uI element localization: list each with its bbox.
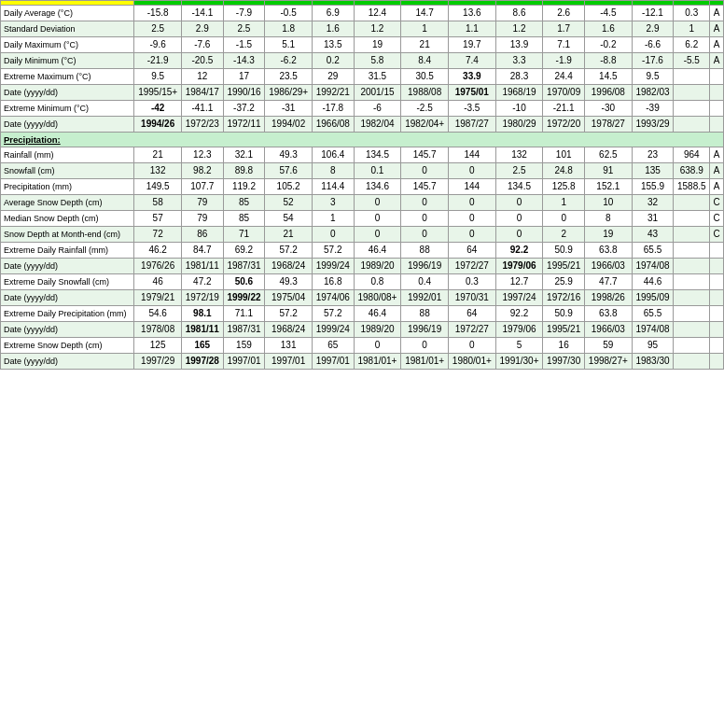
cell-aug: 1972/27 xyxy=(448,259,495,274)
cell-aug: 7.4 xyxy=(448,53,495,69)
cell-jul: 8.4 xyxy=(401,53,449,69)
cell-feb: 165 xyxy=(182,338,224,354)
cell-code xyxy=(710,69,724,85)
cell-oct: 7.1 xyxy=(543,37,585,53)
row-label: Extreme Snow Depth (cm) xyxy=(1,338,134,354)
cell-aug: 0.3 xyxy=(448,274,495,290)
cell-sep: 0 xyxy=(495,227,543,243)
cell-feb: -41.1 xyxy=(182,101,224,117)
cell-mar: -37.2 xyxy=(223,101,265,117)
cell-apr: 5.1 xyxy=(265,37,313,53)
cell-dec: 65.5 xyxy=(632,243,674,259)
cell-mar: 89.8 xyxy=(223,163,265,179)
row-label: Extreme Daily Precipitation (mm) xyxy=(1,306,134,322)
cell-feb: -20.5 xyxy=(182,53,224,69)
row-label: Daily Average (°C) xyxy=(1,6,134,21)
cell-jun: -6 xyxy=(354,101,401,117)
row-label: Daily Maximum (°C) xyxy=(1,37,134,53)
climate-table: Daily Average (°C)-15.8-14.1-7.9-0.56.91… xyxy=(0,0,724,370)
cell-oct: 1997/30 xyxy=(543,354,585,370)
cell-code: A xyxy=(710,179,724,195)
row-label: Extreme Maximum (°C) xyxy=(1,69,134,85)
cell-may: 114.4 xyxy=(312,179,354,195)
cell-aug: 64 xyxy=(448,243,495,259)
cell-feb: 12.3 xyxy=(182,147,224,163)
cell-jun: 12.4 xyxy=(354,6,401,21)
cell-year xyxy=(674,243,710,259)
cell-jun: 31.5 xyxy=(354,69,401,85)
cell-jul: 0 xyxy=(401,211,449,227)
cell-dec: 1974/08 xyxy=(632,259,674,274)
cell-apr: 1986/29+ xyxy=(265,85,313,101)
cell-code xyxy=(710,85,724,101)
cell-jun: 19 xyxy=(354,37,401,53)
cell-year xyxy=(674,85,710,101)
cell-jun: 0 xyxy=(354,338,401,354)
cell-oct: 1972/20 xyxy=(543,117,585,133)
cell-mar: 71.1 xyxy=(223,306,265,322)
cell-feb: 1972/19 xyxy=(182,290,224,306)
cell-jun: 0.1 xyxy=(354,163,401,179)
cell-dec: 1995/09 xyxy=(632,290,674,306)
cell-apr: 57.2 xyxy=(265,306,313,322)
cell-oct: 24.8 xyxy=(543,163,585,179)
cell-oct: 50.9 xyxy=(543,306,585,322)
cell-sep: 0 xyxy=(495,211,543,227)
cell-feb: 86 xyxy=(182,227,224,243)
row-label: Date (yyyy/dd) xyxy=(1,290,134,306)
cell-dec: 1993/29 xyxy=(632,117,674,133)
cell-jan: 125 xyxy=(134,338,182,354)
cell-mar: 50.6 xyxy=(223,274,265,290)
cell-may: 1992/21 xyxy=(312,85,354,101)
cell-aug: 1972/27 xyxy=(448,322,495,338)
cell-jul: 1996/19 xyxy=(401,322,449,338)
cell-feb: 98.2 xyxy=(182,163,224,179)
cell-jun: 46.4 xyxy=(354,306,401,322)
cell-mar: 69.2 xyxy=(223,243,265,259)
cell-jan: 9.5 xyxy=(134,69,182,85)
cell-sep: 1.2 xyxy=(495,21,543,37)
cell-aug: 1975/01 xyxy=(448,85,495,101)
row-label: Extreme Minimum (°C) xyxy=(1,101,134,117)
cell-dec: -12.1 xyxy=(632,6,674,21)
cell-dec: 9.5 xyxy=(632,69,674,85)
cell-apr: 105.2 xyxy=(265,179,313,195)
cell-may: 1 xyxy=(312,211,354,227)
cell-sep: 1968/19 xyxy=(495,85,543,101)
cell-aug: 0 xyxy=(448,338,495,354)
cell-jan: 46 xyxy=(134,274,182,290)
cell-year xyxy=(674,274,710,290)
cell-jan: -15.8 xyxy=(134,6,182,21)
cell-dec: 23 xyxy=(632,147,674,163)
cell-feb: 79 xyxy=(182,195,224,211)
cell-apr: 57.6 xyxy=(265,163,313,179)
cell-aug: 0 xyxy=(448,163,495,179)
cell-aug: 0 xyxy=(448,211,495,227)
cell-may: 1974/06 xyxy=(312,290,354,306)
cell-oct: 16 xyxy=(543,338,585,354)
cell-oct: 24.4 xyxy=(543,69,585,85)
cell-dec: 1982/03 xyxy=(632,85,674,101)
cell-oct: 1972/16 xyxy=(543,290,585,306)
cell-jan: 149.5 xyxy=(134,179,182,195)
cell-jan: -21.9 xyxy=(134,53,182,69)
row-label: Date (yyyy/dd) xyxy=(1,322,134,338)
cell-mar: 159 xyxy=(223,338,265,354)
cell-mar: 1999/22 xyxy=(223,290,265,306)
cell-may: 57.2 xyxy=(312,243,354,259)
cell-code xyxy=(710,322,724,338)
cell-mar: 119.2 xyxy=(223,179,265,195)
row-label: Rainfall (mm) xyxy=(1,147,134,163)
cell-apr: 1997/01 xyxy=(265,354,313,370)
cell-code xyxy=(710,306,724,322)
cell-sep: 5 xyxy=(495,338,543,354)
cell-nov: -0.2 xyxy=(585,37,633,53)
row-label: Precipitation (mm) xyxy=(1,179,134,195)
cell-dec: 95 xyxy=(632,338,674,354)
cell-jun: 2001/15 xyxy=(354,85,401,101)
cell-year xyxy=(674,338,710,354)
cell-feb: -7.6 xyxy=(182,37,224,53)
cell-apr: -0.5 xyxy=(265,6,313,21)
cell-year xyxy=(674,306,710,322)
cell-year: 964 xyxy=(674,147,710,163)
